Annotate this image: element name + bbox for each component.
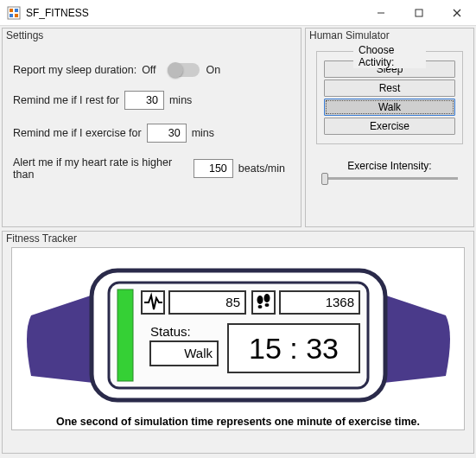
activity-exercise-button[interactable]: Exercise [324,118,455,135]
steps-value: 1368 [325,295,353,309]
maximize-button[interactable] [400,0,438,26]
sleep-label: Report my sleep duration: [13,64,136,76]
hr-label-post: beats/min [238,162,285,175]
sleep-toggle[interactable] [168,63,200,77]
status-value: Walk [184,346,213,360]
toggle-on-label: On [206,64,221,76]
exercise-label-pre: Remind me if I exercise for [13,127,142,139]
watch-device: 85 1368 Status: Walk [22,255,454,410]
titlebar: SF_FITNESS [0,0,476,26]
toggle-off-label: Off [142,64,155,76]
clock-value: 15 : 33 [249,332,339,365]
minimize-button[interactable] [362,0,400,26]
tracker-title: Fitness Tracker [4,231,80,248]
svg-rect-11 [117,289,133,381]
intensity-slider[interactable] [316,177,463,180]
svg-rect-6 [416,10,422,16]
window-title: SF_FITNESS [26,7,362,19]
tracker-panel: Fitness Tracker 85 [2,231,474,454]
svg-point-16 [257,305,262,309]
activity-group: Choose Activity: Sleep Rest Walk Exercis… [316,51,463,144]
hr-label-pre: Alert me if my heart rate is higher than [13,156,188,181]
simulator-panel: Human Simulator Choose Activity: Sleep R… [305,28,474,227]
svg-rect-1 [10,9,13,12]
svg-point-17 [263,294,270,302]
close-button[interactable] [438,0,476,26]
activity-walk-button[interactable]: Walk [324,99,455,116]
activity-rest-button[interactable]: Rest [324,80,455,97]
status-label: Status: [150,324,191,339]
watch-area: 85 1368 Status: Walk [11,247,465,430]
tracker-caption: One second of simulation time represents… [19,416,457,428]
intensity-label: Exercise Intensity: [347,160,431,172]
rest-minutes-input[interactable] [124,91,164,110]
activity-group-title: Choose Activity: [353,44,426,68]
app-icon [7,6,21,20]
svg-rect-2 [15,9,18,12]
simulator-title: Human Simulator [308,28,393,45]
svg-point-15 [257,296,263,304]
svg-rect-14 [252,291,275,314]
exercise-minutes-input[interactable] [147,124,187,143]
settings-panel: Settings Report my sleep duration: Off O… [2,28,301,227]
svg-rect-3 [10,14,13,17]
settings-title: Settings [4,28,47,45]
rest-label-post: mins [169,94,192,106]
svg-rect-4 [15,14,18,17]
hr-value: 85 [225,295,240,309]
hr-threshold-input[interactable] [194,159,233,178]
exercise-label-post: mins [192,127,214,139]
rest-label-pre: Remind me if I rest for [13,94,119,106]
svg-point-18 [264,303,269,307]
